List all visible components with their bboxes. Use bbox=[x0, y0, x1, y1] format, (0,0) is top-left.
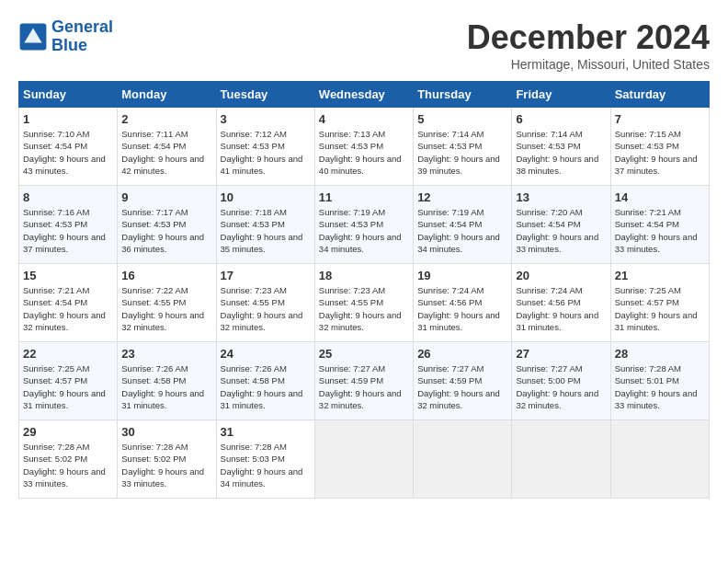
calendar-week-row: 15Sunrise: 7:21 AMSunset: 4:54 PMDayligh… bbox=[19, 264, 710, 342]
calendar-week-row: 22Sunrise: 7:25 AMSunset: 4:57 PMDayligh… bbox=[19, 342, 710, 420]
calendar-cell: 31Sunrise: 7:28 AMSunset: 5:03 PMDayligh… bbox=[216, 420, 314, 499]
calendar-cell bbox=[414, 420, 512, 499]
day-info: Sunrise: 7:19 AMSunset: 4:54 PMDaylight:… bbox=[417, 206, 507, 255]
day-number: 26 bbox=[417, 347, 507, 361]
calendar-header-saturday: Saturday bbox=[610, 82, 709, 108]
calendar-cell: 20Sunrise: 7:24 AMSunset: 4:56 PMDayligh… bbox=[512, 264, 610, 342]
logo: General Blue bbox=[18, 18, 113, 55]
logo-icon bbox=[18, 22, 48, 52]
day-number: 2 bbox=[121, 112, 211, 126]
calendar-cell: 22Sunrise: 7:25 AMSunset: 4:57 PMDayligh… bbox=[19, 342, 118, 420]
day-info: Sunrise: 7:27 AMSunset: 4:59 PMDaylight:… bbox=[417, 362, 507, 411]
day-info: Sunrise: 7:28 AMSunset: 5:02 PMDaylight:… bbox=[23, 441, 113, 489]
calendar-cell: 10Sunrise: 7:18 AMSunset: 4:53 PMDayligh… bbox=[216, 186, 314, 264]
day-number: 8 bbox=[23, 190, 113, 204]
calendar-cell: 21Sunrise: 7:25 AMSunset: 4:57 PMDayligh… bbox=[610, 264, 709, 342]
calendar-cell bbox=[314, 420, 413, 499]
calendar-cell: 28Sunrise: 7:28 AMSunset: 5:01 PMDayligh… bbox=[610, 342, 709, 420]
day-info: Sunrise: 7:26 AMSunset: 4:58 PMDaylight:… bbox=[221, 362, 311, 411]
day-number: 6 bbox=[516, 112, 606, 126]
day-info: Sunrise: 7:27 AMSunset: 4:59 PMDaylight:… bbox=[319, 362, 409, 411]
calendar-cell: 24Sunrise: 7:26 AMSunset: 4:58 PMDayligh… bbox=[216, 342, 314, 420]
day-info: Sunrise: 7:22 AMSunset: 4:55 PMDaylight:… bbox=[121, 284, 211, 333]
calendar-cell: 23Sunrise: 7:26 AMSunset: 4:58 PMDayligh… bbox=[118, 342, 216, 420]
title-section: December 2024 Hermitage, Missouri, Unite… bbox=[467, 18, 710, 72]
day-info: Sunrise: 7:11 AMSunset: 4:54 PMDaylight:… bbox=[121, 128, 211, 177]
day-info: Sunrise: 7:15 AMSunset: 4:53 PMDaylight:… bbox=[615, 128, 705, 177]
day-number: 4 bbox=[319, 112, 409, 126]
calendar-header-tuesday: Tuesday bbox=[216, 82, 314, 108]
calendar-cell: 14Sunrise: 7:21 AMSunset: 4:54 PMDayligh… bbox=[610, 186, 709, 264]
day-number: 25 bbox=[319, 347, 409, 361]
day-number: 16 bbox=[121, 269, 211, 282]
day-number: 7 bbox=[615, 112, 705, 126]
calendar-week-row: 8Sunrise: 7:16 AMSunset: 4:53 PMDaylight… bbox=[19, 186, 710, 264]
calendar-cell: 7Sunrise: 7:15 AMSunset: 4:53 PMDaylight… bbox=[610, 108, 709, 186]
day-info: Sunrise: 7:27 AMSunset: 5:00 PMDaylight:… bbox=[516, 362, 606, 411]
day-number: 30 bbox=[121, 425, 211, 439]
day-info: Sunrise: 7:13 AMSunset: 4:53 PMDaylight:… bbox=[319, 128, 409, 177]
day-info: Sunrise: 7:28 AMSunset: 5:01 PMDaylight:… bbox=[615, 362, 705, 411]
calendar-cell: 30Sunrise: 7:28 AMSunset: 5:02 PMDayligh… bbox=[118, 420, 216, 499]
day-info: Sunrise: 7:25 AMSunset: 4:57 PMDaylight:… bbox=[615, 284, 705, 333]
day-number: 5 bbox=[417, 112, 507, 126]
day-number: 22 bbox=[23, 347, 113, 361]
calendar-cell: 4Sunrise: 7:13 AMSunset: 4:53 PMDaylight… bbox=[314, 108, 413, 186]
day-info: Sunrise: 7:28 AMSunset: 5:02 PMDaylight:… bbox=[121, 441, 211, 489]
day-number: 17 bbox=[221, 269, 311, 282]
day-number: 18 bbox=[319, 269, 409, 282]
calendar-cell bbox=[610, 420, 709, 499]
calendar-cell: 13Sunrise: 7:20 AMSunset: 4:54 PMDayligh… bbox=[512, 186, 610, 264]
day-info: Sunrise: 7:21 AMSunset: 4:54 PMDaylight:… bbox=[23, 284, 113, 333]
day-number: 20 bbox=[516, 269, 606, 282]
calendar-cell: 6Sunrise: 7:14 AMSunset: 4:53 PMDaylight… bbox=[512, 108, 610, 186]
calendar-header-wednesday: Wednesday bbox=[314, 82, 413, 108]
calendar-cell: 5Sunrise: 7:14 AMSunset: 4:53 PMDaylight… bbox=[414, 108, 512, 186]
calendar-cell: 1Sunrise: 7:10 AMSunset: 4:54 PMDaylight… bbox=[19, 108, 118, 186]
day-info: Sunrise: 7:19 AMSunset: 4:53 PMDaylight:… bbox=[319, 206, 409, 255]
day-number: 9 bbox=[121, 190, 211, 204]
day-info: Sunrise: 7:12 AMSunset: 4:53 PMDaylight:… bbox=[221, 128, 311, 177]
day-number: 11 bbox=[319, 190, 409, 204]
day-number: 24 bbox=[221, 347, 311, 361]
day-info: Sunrise: 7:24 AMSunset: 4:56 PMDaylight:… bbox=[516, 284, 606, 333]
calendar-header-row: SundayMondayTuesdayWednesdayThursdayFrid… bbox=[19, 82, 710, 108]
day-info: Sunrise: 7:17 AMSunset: 4:53 PMDaylight:… bbox=[121, 206, 211, 255]
day-info: Sunrise: 7:26 AMSunset: 4:58 PMDaylight:… bbox=[121, 362, 211, 411]
day-number: 10 bbox=[221, 190, 311, 204]
day-info: Sunrise: 7:25 AMSunset: 4:57 PMDaylight:… bbox=[23, 362, 113, 411]
calendar-cell: 3Sunrise: 7:12 AMSunset: 4:53 PMDaylight… bbox=[216, 108, 314, 186]
calendar-cell: 16Sunrise: 7:22 AMSunset: 4:55 PMDayligh… bbox=[118, 264, 216, 342]
day-info: Sunrise: 7:20 AMSunset: 4:54 PMDaylight:… bbox=[516, 206, 606, 255]
calendar-week-row: 1Sunrise: 7:10 AMSunset: 4:54 PMDaylight… bbox=[19, 108, 710, 186]
day-info: Sunrise: 7:28 AMSunset: 5:03 PMDaylight:… bbox=[221, 441, 311, 489]
day-number: 14 bbox=[615, 190, 705, 204]
calendar-cell: 12Sunrise: 7:19 AMSunset: 4:54 PMDayligh… bbox=[414, 186, 512, 264]
calendar-cell: 2Sunrise: 7:11 AMSunset: 4:54 PMDaylight… bbox=[118, 108, 216, 186]
calendar-header-friday: Friday bbox=[512, 82, 610, 108]
location: Hermitage, Missouri, United States bbox=[467, 57, 710, 72]
calendar-header-monday: Monday bbox=[118, 82, 216, 108]
calendar-cell: 29Sunrise: 7:28 AMSunset: 5:02 PMDayligh… bbox=[19, 420, 118, 499]
day-number: 3 bbox=[221, 112, 311, 126]
logo-text: General Blue bbox=[51, 18, 113, 55]
day-info: Sunrise: 7:23 AMSunset: 4:55 PMDaylight:… bbox=[319, 284, 409, 333]
day-info: Sunrise: 7:18 AMSunset: 4:53 PMDaylight:… bbox=[221, 206, 311, 255]
day-number: 23 bbox=[121, 347, 211, 361]
day-number: 1 bbox=[23, 112, 113, 126]
day-info: Sunrise: 7:21 AMSunset: 4:54 PMDaylight:… bbox=[615, 206, 705, 255]
calendar-cell: 15Sunrise: 7:21 AMSunset: 4:54 PMDayligh… bbox=[19, 264, 118, 342]
calendar-header-thursday: Thursday bbox=[414, 82, 512, 108]
calendar-cell: 9Sunrise: 7:17 AMSunset: 4:53 PMDaylight… bbox=[118, 186, 216, 264]
calendar-cell: 26Sunrise: 7:27 AMSunset: 4:59 PMDayligh… bbox=[414, 342, 512, 420]
day-info: Sunrise: 7:24 AMSunset: 4:56 PMDaylight:… bbox=[417, 284, 507, 333]
day-number: 13 bbox=[516, 190, 606, 204]
month-title: December 2024 bbox=[467, 18, 710, 57]
day-info: Sunrise: 7:14 AMSunset: 4:53 PMDaylight:… bbox=[516, 128, 606, 177]
calendar-cell: 18Sunrise: 7:23 AMSunset: 4:55 PMDayligh… bbox=[314, 264, 413, 342]
day-info: Sunrise: 7:23 AMSunset: 4:55 PMDaylight:… bbox=[221, 284, 311, 333]
day-number: 15 bbox=[23, 269, 113, 282]
day-number: 19 bbox=[417, 269, 507, 282]
page-header: General Blue December 2024 Hermitage, Mi… bbox=[18, 18, 710, 72]
day-info: Sunrise: 7:10 AMSunset: 4:54 PMDaylight:… bbox=[23, 128, 113, 177]
